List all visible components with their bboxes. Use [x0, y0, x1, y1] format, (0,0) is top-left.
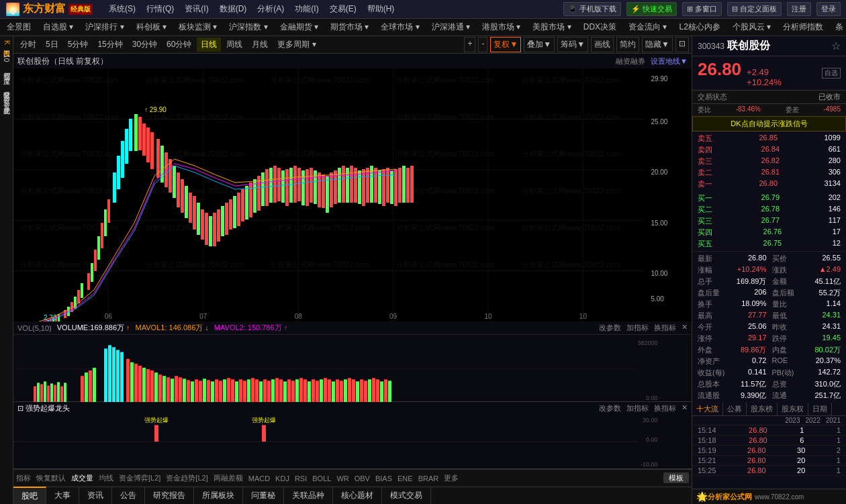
signal-bar[interactable]: DK点自动提示涨跌信号	[692, 116, 846, 132]
nav-futures[interactable]: 期货市场 ▾	[326, 20, 373, 34]
nav-hk[interactable]: 港股市场 ▾	[478, 20, 524, 34]
nav-l2[interactable]: L2核心内参	[675, 20, 724, 34]
multi-window-btn[interactable]: ⊞ 多窗口	[682, 2, 722, 16]
nav-analyst[interactable]: 分析师指数	[779, 20, 827, 34]
menu-trade[interactable]: 交易(E)	[327, 2, 359, 16]
right-tab-rights[interactable]: 股东权	[778, 403, 808, 415]
tab-board[interactable]: 问董秘	[243, 487, 284, 504]
sidebar-dragon[interactable]: 龙虎榜	[1, 101, 13, 103]
sidebar-depth[interactable]: 深度F9	[1, 71, 13, 82]
dragon-switch-indicator[interactable]: 换指标	[654, 403, 676, 413]
menu-data[interactable]: 数据(D)	[217, 2, 250, 16]
nav-watchlist[interactable]: 自选股 ▾	[39, 20, 77, 34]
ind-fund-trend[interactable]: 资金趋势[L2]	[166, 473, 207, 483]
nav-us[interactable]: 美股市场 ▾	[528, 20, 575, 34]
login-btn[interactable]: 登录	[816, 2, 841, 16]
period-5min[interactable]: 5分钟	[64, 38, 93, 52]
sidebar-fund[interactable]: 资金	[1, 95, 13, 98]
ind-bias[interactable]: BIAS	[375, 474, 392, 483]
sidebar-data[interactable]: 资料	[1, 66, 13, 68]
quick-trade-btn[interactable]: ⚡ 快速交易	[626, 2, 677, 16]
period-30min[interactable]: 30分钟	[128, 38, 161, 52]
ind-obv[interactable]: OBV	[355, 474, 370, 483]
price-chart-svg[interactable]: 06 07 08 09 10 10 29.90 25.00 20.00 15.0…	[13, 68, 692, 321]
right-tab-10flows[interactable]: 十大流	[692, 403, 723, 415]
ind-ene[interactable]: ENE	[397, 474, 413, 483]
volume-svg[interactable]: 382000 0.00	[13, 335, 692, 403]
ind-macd[interactable]: MACD	[248, 474, 270, 483]
overlay-btn[interactable]: 叠加▼	[524, 37, 555, 52]
dragon-svg[interactable]: 30.00 0.00 -10.00 强势起爆 强势起爆	[13, 414, 692, 469]
period-monthly[interactable]: 月线	[248, 38, 272, 52]
close-vol-btn[interactable]: ✕	[682, 323, 688, 333]
period-60min[interactable]: 60分钟	[162, 38, 195, 52]
period-daily[interactable]: 日线	[197, 38, 221, 52]
tab-related[interactable]: 关联品种	[284, 487, 333, 504]
nav-global[interactable]: 全球市场 ▾	[377, 20, 423, 34]
setting-line-btn[interactable]: 设置地线▼	[651, 56, 688, 66]
nav-rank[interactable]: 沪深排行 ▾	[81, 20, 128, 34]
ind-kdj[interactable]: KDJ	[275, 474, 289, 483]
right-tab-shareholders[interactable]: 股东榜	[747, 403, 778, 415]
ind-indicator[interactable]: 指标	[16, 473, 31, 483]
chips-btn[interactable]: 筹码▼	[557, 37, 588, 52]
nav-sector[interactable]: 板块监测 ▾	[175, 20, 221, 34]
ind-margin[interactable]: 两融差额	[214, 473, 243, 483]
ind-fund-game[interactable]: 资金博弈[L2]	[119, 473, 160, 483]
menu-info[interactable]: 资讯(I)	[182, 2, 211, 16]
nav-connect[interactable]: 沪深港通 ▾	[428, 20, 474, 34]
tab-mode-trade[interactable]: 模式交易	[382, 487, 431, 504]
tab-guba[interactable]: 股吧	[13, 487, 46, 504]
ind-restore[interactable]: 恢复默认	[36, 473, 66, 483]
fq-btn[interactable]: 复权▼	[490, 37, 521, 52]
zoom-out-btn[interactable]: -	[478, 37, 487, 52]
tab-sector[interactable]: 所属板块	[194, 487, 243, 504]
auto-trade-btn[interactable]: 自选	[822, 68, 841, 79]
draw-btn[interactable]: 画线	[591, 37, 614, 52]
ind-wr[interactable]: WR	[336, 474, 348, 483]
mobile-btn[interactable]: 📱 手机版下载	[563, 2, 621, 16]
right-tab-fund[interactable]: 公募	[723, 403, 747, 415]
period-weekly[interactable]: 周线	[222, 38, 246, 52]
menu-function[interactable]: 功能(I)	[292, 2, 321, 16]
ind-brar[interactable]: BRAR	[418, 474, 439, 483]
menu-help[interactable]: 帮助(H)	[365, 2, 397, 16]
nav-shenzhen-index[interactable]: 沪深指数 ▾	[225, 20, 271, 34]
fullscreen-btn[interactable]: ⊡	[675, 37, 689, 52]
ind-rsi[interactable]: RSI	[295, 474, 307, 483]
ind-boll[interactable]: BOLL	[312, 474, 331, 483]
nav-star[interactable]: 科创板 ▾	[132, 20, 171, 34]
fav-icon[interactable]: ☆	[831, 40, 841, 52]
modify-params-btn[interactable]: 改参数	[599, 323, 621, 333]
add-indicator-btn[interactable]: 加指标	[626, 323, 649, 333]
simple-btn[interactable]: 简约	[616, 37, 639, 52]
right-tab-date[interactable]: 日期	[808, 403, 832, 415]
menu-market[interactable]: 行情(Q)	[144, 2, 177, 16]
sidebar-f10[interactable]: F10	[1, 49, 11, 63]
ind-more[interactable]: 更多	[444, 473, 459, 483]
nav-fund-flow[interactable]: 资金流向 ▾	[624, 20, 671, 34]
period-5day[interactable]: 5日	[42, 38, 62, 52]
register-btn[interactable]: 注册	[787, 2, 811, 16]
nav-more[interactable]: 条	[831, 20, 846, 34]
switch-indicator-btn[interactable]: 换指标	[654, 323, 676, 333]
tab-events[interactable]: 大事	[46, 487, 79, 504]
zoom-in-btn[interactable]: +	[464, 37, 475, 52]
menu-system[interactable]: 系统(S)	[106, 2, 138, 16]
nav-ddx[interactable]: DDX决策	[579, 20, 620, 34]
ind-ma[interactable]: 均线	[99, 473, 113, 483]
tab-research[interactable]: 研究报告	[145, 487, 194, 504]
sidebar-pricetable[interactable]: 分价表	[1, 90, 13, 93]
template-btn[interactable]: 模板	[663, 472, 689, 483]
tab-theme[interactable]: 核心题材	[333, 487, 382, 504]
ind-volume[interactable]: 成交量	[71, 473, 93, 483]
tab-announcement[interactable]: 公告	[112, 487, 145, 504]
period-15min[interactable]: 15分钟	[93, 38, 126, 52]
dragon-close-btn[interactable]: ✕	[682, 403, 688, 413]
dragon-modify-params[interactable]: 改参数	[599, 403, 621, 413]
nav-overview[interactable]: 全景图	[3, 20, 35, 34]
menu-analysis[interactable]: 分析(A)	[254, 2, 287, 16]
sidebar-kline[interactable]: K线图	[1, 39, 13, 46]
hide-btn[interactable]: 隐藏▼	[642, 37, 673, 52]
nav-individual[interactable]: 个股风云 ▾	[728, 20, 775, 34]
